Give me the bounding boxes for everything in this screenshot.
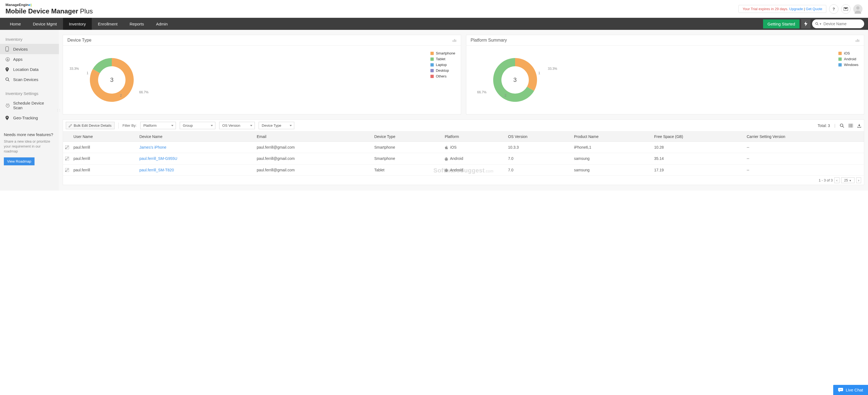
legend-item[interactable]: Tablet: [430, 57, 455, 61]
sidebar-item-location[interactable]: Location Data: [0, 64, 59, 74]
pager-prev-button[interactable]: ‹: [834, 177, 839, 183]
filter-group-dropdown[interactable]: Group: [180, 122, 215, 129]
cell-device-name[interactable]: James's iPhone: [137, 142, 254, 153]
legend-item[interactable]: Desktop: [430, 68, 455, 72]
sidebar-item-apps[interactable]: Apps: [0, 54, 59, 64]
brand-logo: ManageEngine): [5, 3, 93, 7]
donut-center-count: 3: [110, 76, 114, 84]
column-header[interactable]: OS Version: [506, 132, 572, 142]
bulk-edit-button[interactable]: Bulk Edit Device Details: [66, 122, 115, 129]
column-header[interactable]: [63, 132, 71, 142]
nav-reports[interactable]: Reports: [124, 18, 150, 30]
column-header[interactable]: Platform: [442, 132, 506, 142]
filter-devicetype-dropdown[interactable]: Device Type: [259, 122, 294, 129]
edit-row-icon[interactable]: [65, 145, 69, 149]
global-search[interactable]: ▼: [812, 20, 864, 28]
nav-admin[interactable]: Admin: [150, 18, 174, 30]
legend-item[interactable]: Smartphone: [430, 51, 455, 55]
sidebar-item-schedule[interactable]: Schedule Device Scan: [0, 98, 59, 113]
view-roadmap-button[interactable]: View Roadmap: [4, 157, 34, 165]
column-header[interactable]: Free Space (GB): [652, 132, 744, 142]
mail-icon[interactable]: [841, 4, 850, 14]
column-header[interactable]: Device Name: [137, 132, 254, 142]
svg-rect-12: [454, 39, 455, 42]
nav-home[interactable]: Home: [4, 18, 27, 30]
get-quote-link[interactable]: Get Quote: [806, 7, 822, 11]
table-search-icon[interactable]: [840, 124, 844, 128]
legend-item[interactable]: iOS: [838, 51, 859, 55]
pager: 1 - 3 of 3 ‹ 25 ▼ ›: [63, 176, 864, 185]
svg-point-1: [816, 23, 817, 24]
search-input[interactable]: [823, 22, 861, 26]
cell-user: paul.ferrill: [71, 142, 137, 153]
filter-osversion-dropdown[interactable]: OS Version: [219, 122, 255, 129]
filter-platform-dropdown[interactable]: Platform: [140, 122, 176, 129]
cell-platform: iOS: [442, 142, 506, 153]
cell-product: samsung: [572, 153, 652, 164]
edit-row-icon[interactable]: [65, 157, 69, 160]
svg-point-10: [7, 117, 8, 118]
legend-item[interactable]: Windows: [838, 63, 859, 67]
help-icon[interactable]: ?: [829, 4, 838, 14]
chart-options-icon[interactable]: [453, 39, 457, 42]
column-header[interactable]: Product Name: [572, 132, 652, 142]
pager-next-button[interactable]: ›: [856, 177, 861, 183]
panel-title-device-type: Device Type: [67, 38, 92, 43]
avatar[interactable]: [853, 4, 863, 14]
sidebar-heading-settings: Inventory Settings: [0, 89, 59, 98]
sidebar-label: Geo-Tracking: [13, 116, 38, 120]
svg-line-18: [843, 126, 844, 128]
donut-value-label: 2: [505, 94, 506, 97]
column-header[interactable]: User Name: [71, 132, 137, 142]
download-icon[interactable]: [857, 124, 861, 128]
sidebar-item-scan[interactable]: Scan Devices: [0, 74, 59, 85]
svg-rect-24: [65, 145, 69, 149]
svg-rect-25: [65, 157, 69, 160]
cell-freespace: 35.14: [652, 153, 744, 164]
sidebar-label: Schedule Device Scan: [13, 101, 54, 110]
svg-rect-28: [65, 168, 69, 172]
nav-enrollment[interactable]: Enrollment: [92, 18, 124, 30]
cell-device-name[interactable]: paul.ferrill_SM-G955U: [137, 153, 254, 164]
cell-carrier: --: [744, 164, 864, 175]
pager-pagesize-dropdown[interactable]: 25 ▼: [841, 177, 855, 183]
column-header[interactable]: Carrier Setting Version: [744, 132, 864, 142]
features-title: Needs more new features?: [4, 132, 55, 137]
pager-range: 1 - 3 of 3: [819, 178, 833, 182]
svg-rect-14: [856, 40, 857, 42]
columns-icon[interactable]: [848, 124, 853, 128]
cell-device-name[interactable]: paul.ferrill_SM-T820: [137, 164, 254, 175]
column-header[interactable]: Email: [254, 132, 372, 142]
svg-point-27: [447, 158, 447, 158]
edit-row-icon[interactable]: [65, 168, 69, 172]
location-icon: [5, 67, 10, 72]
cell-freespace: 10.28: [652, 142, 744, 153]
sidebar-item-geotrack[interactable]: Geo-Tracking: [0, 113, 59, 123]
table-row: paul.ferrillpaul.ferrill_SM-G955Upaul.fe…: [63, 153, 864, 164]
sidebar-collapse-handle[interactable]: ⋮⋮: [56, 109, 61, 112]
sidebar-item-devices[interactable]: Devices: [0, 44, 59, 54]
nav-device-mgmt[interactable]: Device Mgmt: [27, 18, 63, 30]
getting-started-button[interactable]: Getting Started: [763, 20, 800, 29]
donut-percent-label: 66.7%: [477, 90, 487, 94]
pencil-icon: [69, 124, 72, 127]
total-count: Total: 3: [817, 124, 830, 128]
legend-item[interactable]: Others: [430, 74, 455, 78]
sidebar-label: Scan Devices: [13, 77, 38, 82]
donut-center-count: 3: [513, 76, 517, 84]
quick-action-icon[interactable]: [801, 19, 810, 29]
watermark: SoftwareSuggest.com: [433, 167, 494, 174]
nav-inventory[interactable]: Inventory: [63, 18, 92, 30]
cell-osversion: 10.3.3: [506, 142, 572, 153]
upgrade-link[interactable]: Upgrade: [789, 7, 803, 11]
column-header[interactable]: Device Type: [372, 132, 442, 142]
filter-by-label: Filter By:: [122, 124, 136, 128]
cell-user: paul.ferrill: [71, 153, 137, 164]
legend-item[interactable]: Laptop: [430, 63, 455, 67]
cell-email: paul.ferrill@gmail.com: [254, 153, 372, 164]
chart-options-icon[interactable]: [856, 39, 860, 42]
legend-item[interactable]: Android: [838, 57, 859, 61]
cell-user: paul.ferrill: [71, 164, 137, 175]
donut-value-label: 1: [538, 71, 540, 75]
product-title: Mobile Device Manager Plus: [5, 7, 93, 15]
